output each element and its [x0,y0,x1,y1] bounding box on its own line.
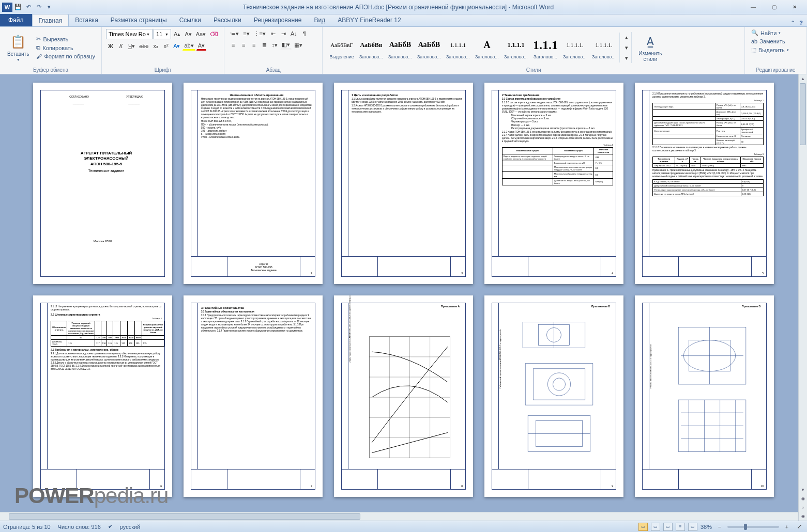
style-heading-h[interactable]: 1.1.1.1.Заголово... [560,34,589,61]
align-center-button[interactable]: ≡ [239,40,248,50]
redo-icon[interactable]: ↷ [34,3,43,12]
borders-button[interactable]: ▦▾ [293,40,304,50]
document-area[interactable]: СОГЛАСОВАНОУТВЕРЖДАЮ ________________ АГ… [0,74,807,521]
vscroll-thumb[interactable] [800,83,806,145]
page-6[interactable]: 2.1.12 Направление вращения ротора насос… [33,295,172,497]
view-web[interactable]: ▭ [663,523,673,531]
next-page-icon[interactable]: ◉ [799,512,807,521]
style-heading-c[interactable]: АаБбВЗаголово... [415,34,444,61]
status-words[interactable]: Число слов: 916 [58,524,101,530]
style-heading-i[interactable]: 1.1.1.1.Заголово... [589,34,618,61]
prev-page-icon[interactable]: ◉ [799,494,807,503]
save-icon[interactable]: 💾 [13,3,23,12]
minimize-button[interactable]: — [743,2,764,13]
page-5[interactable]: 2.1.9 Показатели назначения по потребляе… [635,83,774,284]
align-left-button[interactable]: ≡ [229,40,238,50]
tab-abbyy[interactable]: ABBYY FineReader 12 [331,14,407,26]
vertical-scrollbar[interactable]: ▲ ▼ ◉ ○ ◉ [798,74,807,521]
align-right-button[interactable]: ≡ [249,40,258,50]
select-button[interactable]: ⬚Выделить▾ [749,46,802,54]
clear-format-button[interactable]: ⌫ [208,29,220,39]
multilevel-button[interactable]: ⋮≡▾ [252,29,267,38]
style-heading-b[interactable]: АаБбВЗаголово... [386,34,415,61]
page-10[interactable]: Приложение В Разрез насоса ПЭН 580-195-5… [635,295,774,497]
indent-decrease-button[interactable]: ⇤ [268,29,278,38]
style-heading-g[interactable]: 1.1.1Заголово... [530,34,560,61]
shading-button[interactable]: ◧▾ [280,40,292,50]
view-outline[interactable]: ≡ [676,523,685,531]
styles-expand[interactable]: ▾ [622,53,631,62]
qat-customize-icon[interactable]: ▾ [44,3,54,12]
strike-button[interactable]: abc [138,41,150,51]
page-4[interactable]: 2 Технические требования 2.1 Состав агре… [484,83,623,284]
page-7[interactable]: 3 Гарантийные обязательства 3.1 Гарантий… [184,295,323,497]
view-full-reading[interactable]: ▭ [651,523,660,531]
tab-view[interactable]: Вид [308,14,331,26]
status-proofing-icon[interactable]: ✔ [108,523,113,530]
styles-row-up[interactable]: ▴ [622,33,631,42]
browse-object-icon[interactable]: ○ [799,503,807,512]
numbering-button[interactable]: ≡▾ [241,29,251,38]
close-button[interactable]: ✕ [784,2,805,13]
zoom-slider[interactable] [727,526,779,528]
style-emphasis[interactable]: АаБбВвГВыделение [327,34,357,61]
font-size-combo[interactable]: 11▼ [154,29,171,39]
copy-button[interactable]: ⧉Копировать [34,44,97,52]
text-effects-button[interactable]: A▾ [172,41,181,51]
change-case-button[interactable]: Aa▾ [194,29,207,39]
grow-font-button[interactable]: A▴ [172,29,182,39]
status-language[interactable]: русский [120,524,140,530]
subscript-button[interactable]: x₂ [151,41,160,51]
tab-page-layout[interactable]: Разметка страницы [104,14,173,26]
page-9[interactable]: Приложение Б Габаритный чертеж агрегата … [484,295,623,497]
undo-icon[interactable]: ↶ [24,3,33,12]
tab-mailings[interactable]: Рассылки [207,14,248,26]
view-draft[interactable]: ▭ [688,523,697,531]
page-1[interactable]: СОГЛАСОВАНОУТВЕРЖДАЮ ________________ АГ… [33,83,172,284]
zoom-in-button[interactable]: + [782,522,791,531]
sort-button[interactable]: A↓ [289,29,299,38]
replace-button[interactable]: abЗаменить [749,38,802,45]
underline-button[interactable]: Ч▾ [127,41,136,51]
style-heading-d[interactable]: 1.1.1.1Заголово... [444,34,473,61]
maximize-button[interactable]: ▢ [764,2,784,13]
styles-row-down[interactable]: ▾ [622,43,631,52]
zoom-level[interactable]: 38% [701,524,712,530]
view-print-layout[interactable]: ▭ [638,523,648,531]
tab-home[interactable]: Главная [32,14,69,26]
find-button[interactable]: 🔍Найти▾ [749,29,802,37]
indent-increase-button[interactable]: ⇥ [279,29,288,38]
ribbon-minimize-icon[interactable]: ⌃ [790,20,795,26]
scroll-down-icon[interactable]: ▼ [799,486,807,494]
horizontal-scrollbar[interactable] [0,512,798,521]
zoom-knob[interactable] [744,524,747,530]
format-painter-button[interactable]: 🖌Формат по образцу [34,53,97,60]
paste-button[interactable]: 📋 Вставить ▼ [4,33,32,62]
status-page[interactable]: Страница: 5 из 10 [3,524,51,530]
justify-button[interactable]: ≣ [260,40,269,50]
hscroll-thumb[interactable] [9,513,360,520]
style-heading-f[interactable]: 1.1.1.1Заголово... [501,34,530,61]
page-8[interactable]: Приложение А Характе [334,295,473,497]
line-spacing-button[interactable]: ↕▾ [270,40,279,50]
font-family-combo[interactable]: Times New Ro▼ [106,29,153,39]
cut-button[interactable]: ✂Вырезать [34,35,97,43]
font-color-button[interactable]: A▾ [196,41,206,51]
bold-button[interactable]: Ж [106,41,115,51]
show-marks-button[interactable]: ¶ [300,29,309,38]
tab-insert[interactable]: Вставка [69,14,104,26]
page-2[interactable]: Наименование и область применения Настоя… [184,83,323,284]
bullets-button[interactable]: ≔▾ [229,29,240,38]
page-3[interactable]: 1 Цель и назначение разработки 1.1 Целью… [334,83,473,284]
style-heading-a[interactable]: АаБбВвЗаголово... [357,34,386,61]
tab-review[interactable]: Рецензирование [248,14,308,26]
shrink-font-button[interactable]: A▾ [183,29,193,39]
tab-references[interactable]: Ссылки [173,14,207,26]
help-icon[interactable]: ? [799,20,803,26]
highlight-button[interactable]: ab▾ [182,41,195,51]
superscript-button[interactable]: x² [161,41,171,51]
zoom-fit-button[interactable]: ⤢ [795,522,804,531]
file-tab[interactable]: Файл [0,14,32,26]
italic-button[interactable]: К [116,41,126,51]
change-styles-button[interactable]: A̲ Изменить стили [631,32,668,63]
